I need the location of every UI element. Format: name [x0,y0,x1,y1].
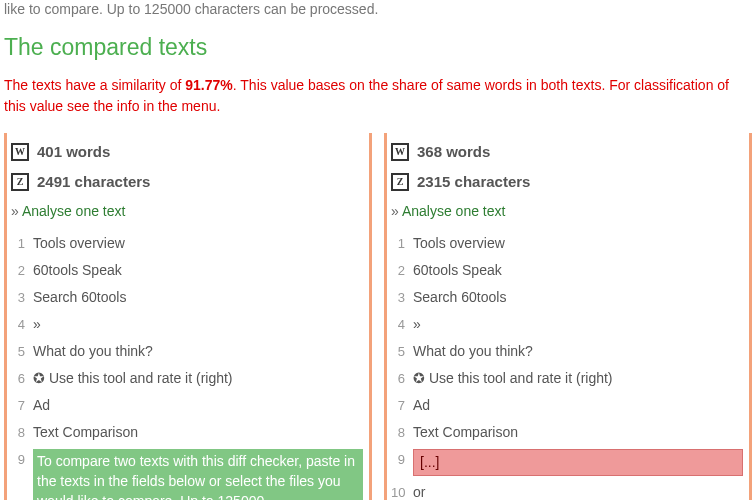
word-count-row: W 401 words [11,143,363,161]
line-text: Ad [33,395,363,416]
analyse-link[interactable]: Analyse one text [402,203,506,219]
similarity-prefix: The texts have a similarity of [4,77,185,93]
line-number: 5 [391,341,413,362]
left-lines: 1Tools overview260tools Speak3Search 60t… [11,233,363,500]
diff-line: 7Ad [391,395,743,416]
analyse-link[interactable]: Analyse one text [22,203,126,219]
analyse-arrow: » [11,203,22,219]
line-text: Text Comparison [33,422,363,443]
line-text: ✪ Use this tool and rate it (right) [413,368,743,389]
diff-line: 5What do you think? [11,341,363,362]
analyse-row: » Analyse one text [11,203,363,219]
line-text: » [33,314,363,335]
line-number: 3 [391,287,413,308]
line-number: 4 [391,314,413,335]
diff-line: 1Tools overview [11,233,363,254]
line-text: What do you think? [413,341,743,362]
line-text-diff: To compare two texts with this diff chec… [33,449,363,500]
similarity-summary: The texts have a similarity of 91.77%. T… [0,71,752,133]
diff-line: 8Text Comparison [11,422,363,443]
diff-line: 9[...] [391,449,743,476]
char-count: 2315 characters [417,173,530,190]
line-number: 6 [11,368,33,389]
line-number: 6 [391,368,413,389]
char-icon: Z [11,173,29,191]
analyse-arrow: » [391,203,402,219]
diff-line: 7Ad [11,395,363,416]
line-number: 5 [11,341,33,362]
line-number: 9 [11,449,33,470]
word-icon: W [11,143,29,161]
diff-line: 9To compare two texts with this diff che… [11,449,363,500]
char-icon: Z [391,173,409,191]
right-column: W 368 words Z 2315 characters » Analyse … [380,133,752,500]
similarity-value: 91.77% [185,77,232,93]
diff-line: 6✪ Use this tool and rate it (right) [11,368,363,389]
diff-line: 1Tools overview [391,233,743,254]
line-text: 60tools Speak [33,260,363,281]
line-text: Tools overview [413,233,743,254]
comparison-columns: W 401 words Z 2491 characters » Analyse … [0,133,752,500]
line-number: 8 [11,422,33,443]
diff-line: 260tools Speak [11,260,363,281]
char-count-row: Z 2491 characters [11,173,363,191]
diff-line: 4» [11,314,363,335]
line-text: Tools overview [33,233,363,254]
diff-line: 5What do you think? [391,341,743,362]
line-text: Search 60tools [33,287,363,308]
word-icon: W [391,143,409,161]
right-lines: 1Tools overview260tools Speak3Search 60t… [391,233,743,500]
left-column: W 401 words Z 2491 characters » Analyse … [0,133,372,500]
intro-fragment: like to compare. Up to 125000 characters… [0,0,752,26]
word-count-row: W 368 words [391,143,743,161]
line-number: 1 [391,233,413,254]
diff-line: 4» [391,314,743,335]
section-title: The compared texts [0,26,752,71]
line-number: 2 [11,260,33,281]
line-number: 8 [391,422,413,443]
diff-line: 10or [391,482,743,500]
word-count: 401 words [37,143,110,160]
line-text-diff: [...] [413,449,743,476]
line-text: ✪ Use this tool and rate it (right) [33,368,363,389]
line-text: Ad [413,395,743,416]
line-text: or [413,482,743,500]
line-text: » [413,314,743,335]
line-number: 9 [391,449,413,470]
analyse-row: » Analyse one text [391,203,743,219]
line-text: Search 60tools [413,287,743,308]
line-text: Text Comparison [413,422,743,443]
diff-line: 260tools Speak [391,260,743,281]
word-count: 368 words [417,143,490,160]
char-count: 2491 characters [37,173,150,190]
line-number: 1 [11,233,33,254]
char-count-row: Z 2315 characters [391,173,743,191]
line-text: What do you think? [33,341,363,362]
line-number: 7 [11,395,33,416]
diff-line: 8Text Comparison [391,422,743,443]
line-number: 3 [11,287,33,308]
diff-line: 3Search 60tools [11,287,363,308]
line-number: 2 [391,260,413,281]
line-number: 10 [391,482,413,500]
diff-line: 6✪ Use this tool and rate it (right) [391,368,743,389]
line-text: 60tools Speak [413,260,743,281]
line-number: 7 [391,395,413,416]
line-number: 4 [11,314,33,335]
diff-line: 3Search 60tools [391,287,743,308]
